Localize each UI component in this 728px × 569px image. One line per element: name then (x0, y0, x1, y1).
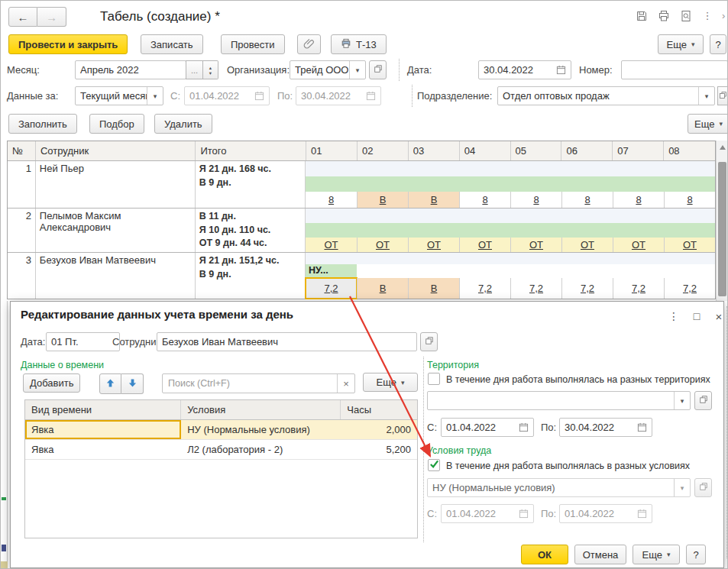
back-button[interactable]: ← (8, 7, 37, 27)
day-area: НУ... 7,2 В В 7,2 7,2 7,2 7,2 7,2 (306, 253, 715, 299)
territory-to-input[interactable]: 30.04.2022 (559, 418, 652, 437)
conditions-combo[interactable]: НУ (Нормальные условия) ▾ (427, 478, 691, 497)
month-choose-button[interactable]: ... (186, 60, 203, 79)
day-cell-selected[interactable]: 7,2 (306, 278, 357, 299)
day-cell[interactable]: 7,2 (459, 278, 510, 299)
list-more-button[interactable]: Еще▾ (688, 114, 728, 134)
territory-checkbox[interactable] (428, 373, 440, 385)
clear-search-icon[interactable]: × (337, 374, 354, 393)
time-table: Вид времени Условия Часы Явка НУ (Нормал… (24, 399, 418, 538)
calendar-icon[interactable] (556, 65, 566, 75)
organization-combo[interactable]: Трейд ООО ▾ (290, 60, 366, 79)
day-cell[interactable]: 8 (613, 192, 664, 208)
day-cell[interactable]: ОТ (357, 238, 408, 252)
day-cell[interactable]: ОТ (510, 238, 561, 252)
day-cell[interactable]: ОТ (561, 238, 613, 252)
department-open-button[interactable] (717, 86, 728, 105)
conditions-to-input[interactable]: 01.04.2022 (559, 504, 652, 523)
day-cell[interactable]: В (408, 278, 459, 299)
row-number: 2 (8, 209, 36, 252)
day-cell[interactable]: 8 (459, 192, 510, 208)
day-cell[interactable]: ОТ (613, 238, 664, 252)
data-for-combo[interactable]: Текущий месяц ▾ (75, 86, 163, 105)
print-icon[interactable] (658, 10, 670, 22)
write-button[interactable]: Записать (141, 34, 203, 54)
calendar-icon (519, 509, 529, 519)
territory-combo[interactable]: ▾ (427, 391, 691, 410)
dialog-date-input[interactable]: 01 Пт. (46, 332, 120, 351)
forward-button[interactable]: → (37, 7, 66, 27)
help-button[interactable]: ? (710, 34, 726, 54)
conditions-checkbox-label[interactable]: В течение дня работа выполнялась в разны… (446, 461, 690, 471)
period-from-input[interactable]: 01.04.2022 (184, 86, 270, 105)
day-cell[interactable]: 8 (664, 192, 715, 208)
conditions-open-button[interactable] (694, 478, 712, 497)
month-input[interactable]: Апрель 2022 (75, 60, 186, 79)
time-row[interactable]: Явка Л2 (лаборатория - 2) 5,200 (25, 440, 417, 460)
scrollbar-thumb[interactable] (718, 162, 726, 296)
search-input[interactable] (163, 378, 337, 389)
day-cell[interactable]: 8 (561, 192, 613, 208)
territory-checkbox-label[interactable]: В течение дня работа выполнялась на разн… (446, 374, 710, 385)
day-cell[interactable]: В (357, 278, 408, 299)
day-cell[interactable]: 7,2 (561, 278, 613, 299)
month-spinner[interactable]: ▴ ▾ (203, 60, 218, 79)
conditions-checkbox[interactable] (428, 459, 440, 471)
time-more-button[interactable]: Еще▾ (363, 373, 418, 392)
ok-button[interactable]: ОК (521, 545, 568, 564)
cancel-button[interactable]: Отмена (574, 545, 626, 564)
dialog-menu-dots-icon[interactable]: ⋮ (666, 309, 681, 324)
print-t13-button[interactable]: Т-13 (331, 34, 387, 54)
attachments-button[interactable] (297, 34, 321, 54)
post-and-close-button[interactable]: Провести и закрыть (8, 34, 128, 54)
day-cell[interactable]: В (408, 192, 459, 208)
dialog-more-button[interactable]: Еще▾ (633, 545, 680, 564)
date-input[interactable]: 30.04.2022 (478, 60, 571, 79)
save-icon[interactable] (636, 10, 648, 22)
day-cell[interactable]: В (357, 192, 408, 208)
print-preview-icon[interactable] (680, 10, 692, 22)
department-combo[interactable]: Отдел оптовых продаж ▾ (497, 86, 715, 105)
time-row-selected[interactable]: Явка НУ (Нормальные условия) 2,000 (25, 420, 417, 440)
dialog-help-button[interactable]: ? (686, 545, 706, 564)
department-label: Подразделение: (417, 90, 492, 102)
dialog-employee-input[interactable]: Безухов Иван Матвеевич (157, 332, 417, 351)
territory-open-button[interactable] (694, 391, 712, 410)
organization-open-button[interactable] (369, 60, 387, 79)
day-cell[interactable]: ОТ (408, 238, 459, 252)
day-cell[interactable]: 7,2 (510, 278, 561, 299)
employee-totals: Я 21 дн. 168 чс. В 9 дн. (196, 161, 306, 208)
spinner-down-icon: ▾ (209, 70, 212, 76)
fill-button[interactable]: Заполнить (8, 114, 77, 134)
dialog-maximize-icon[interactable]: □ (689, 309, 704, 324)
post-button[interactable]: Провести (221, 34, 285, 54)
day-cell[interactable]: 7,2 (613, 278, 664, 299)
add-button[interactable]: Добавить (23, 373, 80, 393)
move-down-button[interactable] (121, 373, 144, 394)
calendar-icon[interactable] (519, 422, 529, 432)
arrow-down-icon (128, 378, 138, 390)
scroll-up-icon[interactable] (720, 145, 726, 150)
day-cell[interactable]: 8 (306, 192, 357, 208)
menu-dots-icon[interactable]: ⋮ (701, 10, 713, 22)
day-cell[interactable]: ОТ (664, 238, 715, 252)
separator (399, 59, 400, 81)
employee-open-button[interactable] (420, 332, 438, 351)
number-input[interactable] (621, 60, 728, 79)
calendar-icon[interactable] (637, 422, 647, 432)
grid-header-number: № (8, 141, 36, 160)
delete-button[interactable]: Удалить (154, 114, 212, 134)
day-cell[interactable]: ОТ (459, 238, 510, 252)
day-cell[interactable]: 8 (510, 192, 561, 208)
territory-from-input[interactable]: 01.04.2022 (441, 418, 534, 437)
move-up-button[interactable] (99, 373, 121, 394)
pick-button[interactable]: Подбор (89, 114, 144, 134)
grid-scrollbar[interactable] (716, 141, 727, 301)
day-cell[interactable]: 7,2 (664, 278, 715, 299)
period-to-input[interactable]: 30.04.2022 (296, 86, 381, 105)
form-more-button[interactable]: Еще▾ (658, 34, 704, 54)
timesheet-window: ← → Табель (создание) * ⋮ › Провести и з… (0, 0, 728, 569)
day-cell[interactable]: ОТ (306, 238, 357, 252)
conditions-from-input[interactable]: 01.04.2022 (441, 504, 534, 523)
dialog-close-icon[interactable]: × (711, 309, 726, 324)
